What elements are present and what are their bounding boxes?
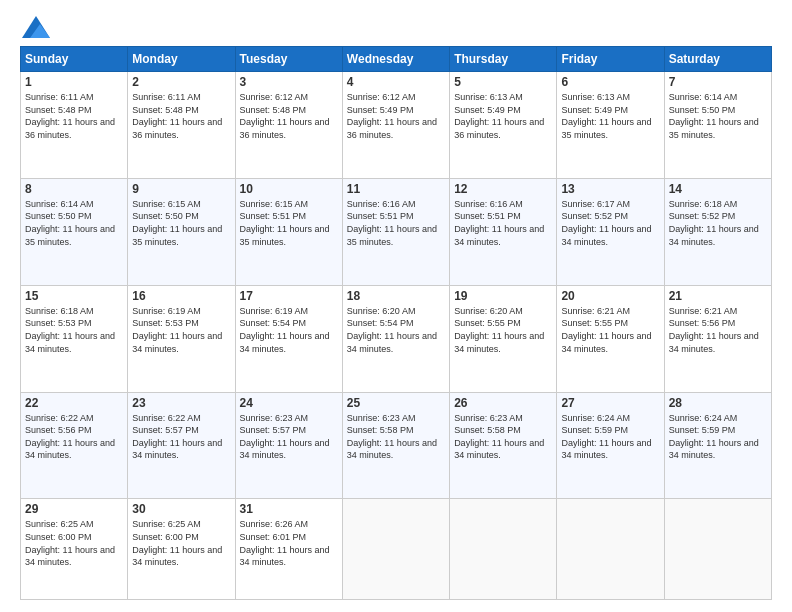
day-number: 4 bbox=[347, 75, 445, 89]
col-tuesday: Tuesday bbox=[235, 47, 342, 72]
col-friday: Friday bbox=[557, 47, 664, 72]
table-row: 29Sunrise: 6:25 AMSunset: 6:00 PMDayligh… bbox=[21, 499, 128, 600]
day-number: 31 bbox=[240, 502, 338, 516]
table-row: 10Sunrise: 6:15 AMSunset: 5:51 PMDayligh… bbox=[235, 178, 342, 285]
table-row: 26Sunrise: 6:23 AMSunset: 5:58 PMDayligh… bbox=[450, 392, 557, 499]
table-row bbox=[342, 499, 449, 600]
day-info: Sunrise: 6:19 AMSunset: 5:53 PMDaylight:… bbox=[132, 306, 222, 354]
page: Sunday Monday Tuesday Wednesday Thursday… bbox=[0, 0, 792, 612]
table-row: 9Sunrise: 6:15 AMSunset: 5:50 PMDaylight… bbox=[128, 178, 235, 285]
day-info: Sunrise: 6:21 AMSunset: 5:55 PMDaylight:… bbox=[561, 306, 651, 354]
day-info: Sunrise: 6:14 AMSunset: 5:50 PMDaylight:… bbox=[25, 199, 115, 247]
table-row: 31Sunrise: 6:26 AMSunset: 6:01 PMDayligh… bbox=[235, 499, 342, 600]
day-number: 12 bbox=[454, 182, 552, 196]
table-row: 28Sunrise: 6:24 AMSunset: 5:59 PMDayligh… bbox=[664, 392, 771, 499]
day-info: Sunrise: 6:14 AMSunset: 5:50 PMDaylight:… bbox=[669, 92, 759, 140]
table-row: 3Sunrise: 6:12 AMSunset: 5:48 PMDaylight… bbox=[235, 72, 342, 179]
table-row: 11Sunrise: 6:16 AMSunset: 5:51 PMDayligh… bbox=[342, 178, 449, 285]
day-number: 30 bbox=[132, 502, 230, 516]
day-info: Sunrise: 6:11 AMSunset: 5:48 PMDaylight:… bbox=[132, 92, 222, 140]
table-row: 16Sunrise: 6:19 AMSunset: 5:53 PMDayligh… bbox=[128, 285, 235, 392]
day-number: 22 bbox=[25, 396, 123, 410]
table-row: 23Sunrise: 6:22 AMSunset: 5:57 PMDayligh… bbox=[128, 392, 235, 499]
day-number: 19 bbox=[454, 289, 552, 303]
day-number: 8 bbox=[25, 182, 123, 196]
col-saturday: Saturday bbox=[664, 47, 771, 72]
table-row: 12Sunrise: 6:16 AMSunset: 5:51 PMDayligh… bbox=[450, 178, 557, 285]
table-row: 8Sunrise: 6:14 AMSunset: 5:50 PMDaylight… bbox=[21, 178, 128, 285]
table-row: 7Sunrise: 6:14 AMSunset: 5:50 PMDaylight… bbox=[664, 72, 771, 179]
table-row: 5Sunrise: 6:13 AMSunset: 5:49 PMDaylight… bbox=[450, 72, 557, 179]
day-info: Sunrise: 6:12 AMSunset: 5:48 PMDaylight:… bbox=[240, 92, 330, 140]
day-number: 15 bbox=[25, 289, 123, 303]
day-number: 28 bbox=[669, 396, 767, 410]
day-number: 26 bbox=[454, 396, 552, 410]
table-row: 1Sunrise: 6:11 AMSunset: 5:48 PMDaylight… bbox=[21, 72, 128, 179]
table-row: 22Sunrise: 6:22 AMSunset: 5:56 PMDayligh… bbox=[21, 392, 128, 499]
table-row: 14Sunrise: 6:18 AMSunset: 5:52 PMDayligh… bbox=[664, 178, 771, 285]
table-row bbox=[450, 499, 557, 600]
table-row: 24Sunrise: 6:23 AMSunset: 5:57 PMDayligh… bbox=[235, 392, 342, 499]
day-number: 16 bbox=[132, 289, 230, 303]
day-info: Sunrise: 6:25 AMSunset: 6:00 PMDaylight:… bbox=[25, 519, 115, 567]
day-number: 6 bbox=[561, 75, 659, 89]
day-number: 3 bbox=[240, 75, 338, 89]
day-info: Sunrise: 6:18 AMSunset: 5:52 PMDaylight:… bbox=[669, 199, 759, 247]
table-row: 20Sunrise: 6:21 AMSunset: 5:55 PMDayligh… bbox=[557, 285, 664, 392]
table-row: 18Sunrise: 6:20 AMSunset: 5:54 PMDayligh… bbox=[342, 285, 449, 392]
table-row: 27Sunrise: 6:24 AMSunset: 5:59 PMDayligh… bbox=[557, 392, 664, 499]
table-row: 25Sunrise: 6:23 AMSunset: 5:58 PMDayligh… bbox=[342, 392, 449, 499]
day-number: 18 bbox=[347, 289, 445, 303]
table-row: 4Sunrise: 6:12 AMSunset: 5:49 PMDaylight… bbox=[342, 72, 449, 179]
logo-icon bbox=[22, 16, 50, 38]
day-number: 5 bbox=[454, 75, 552, 89]
table-row: 30Sunrise: 6:25 AMSunset: 6:00 PMDayligh… bbox=[128, 499, 235, 600]
calendar-table: Sunday Monday Tuesday Wednesday Thursday… bbox=[20, 46, 772, 600]
day-number: 9 bbox=[132, 182, 230, 196]
day-info: Sunrise: 6:12 AMSunset: 5:49 PMDaylight:… bbox=[347, 92, 437, 140]
day-info: Sunrise: 6:26 AMSunset: 6:01 PMDaylight:… bbox=[240, 519, 330, 567]
day-info: Sunrise: 6:22 AMSunset: 5:56 PMDaylight:… bbox=[25, 413, 115, 461]
calendar-header-row: Sunday Monday Tuesday Wednesday Thursday… bbox=[21, 47, 772, 72]
day-info: Sunrise: 6:23 AMSunset: 5:58 PMDaylight:… bbox=[347, 413, 437, 461]
table-row: 15Sunrise: 6:18 AMSunset: 5:53 PMDayligh… bbox=[21, 285, 128, 392]
col-sunday: Sunday bbox=[21, 47, 128, 72]
day-number: 23 bbox=[132, 396, 230, 410]
day-info: Sunrise: 6:13 AMSunset: 5:49 PMDaylight:… bbox=[561, 92, 651, 140]
day-info: Sunrise: 6:11 AMSunset: 5:48 PMDaylight:… bbox=[25, 92, 115, 140]
day-number: 13 bbox=[561, 182, 659, 196]
table-row bbox=[664, 499, 771, 600]
table-row: 21Sunrise: 6:21 AMSunset: 5:56 PMDayligh… bbox=[664, 285, 771, 392]
day-info: Sunrise: 6:16 AMSunset: 5:51 PMDaylight:… bbox=[347, 199, 437, 247]
day-number: 17 bbox=[240, 289, 338, 303]
table-row: 2Sunrise: 6:11 AMSunset: 5:48 PMDaylight… bbox=[128, 72, 235, 179]
table-row: 13Sunrise: 6:17 AMSunset: 5:52 PMDayligh… bbox=[557, 178, 664, 285]
col-thursday: Thursday bbox=[450, 47, 557, 72]
day-info: Sunrise: 6:20 AMSunset: 5:54 PMDaylight:… bbox=[347, 306, 437, 354]
day-number: 21 bbox=[669, 289, 767, 303]
header bbox=[20, 16, 772, 38]
day-info: Sunrise: 6:17 AMSunset: 5:52 PMDaylight:… bbox=[561, 199, 651, 247]
day-info: Sunrise: 6:19 AMSunset: 5:54 PMDaylight:… bbox=[240, 306, 330, 354]
day-number: 14 bbox=[669, 182, 767, 196]
table-row: 6Sunrise: 6:13 AMSunset: 5:49 PMDaylight… bbox=[557, 72, 664, 179]
day-number: 20 bbox=[561, 289, 659, 303]
col-monday: Monday bbox=[128, 47, 235, 72]
day-info: Sunrise: 6:21 AMSunset: 5:56 PMDaylight:… bbox=[669, 306, 759, 354]
logo bbox=[20, 16, 50, 38]
day-number: 11 bbox=[347, 182, 445, 196]
day-info: Sunrise: 6:20 AMSunset: 5:55 PMDaylight:… bbox=[454, 306, 544, 354]
col-wednesday: Wednesday bbox=[342, 47, 449, 72]
table-row: 19Sunrise: 6:20 AMSunset: 5:55 PMDayligh… bbox=[450, 285, 557, 392]
day-info: Sunrise: 6:13 AMSunset: 5:49 PMDaylight:… bbox=[454, 92, 544, 140]
day-number: 29 bbox=[25, 502, 123, 516]
day-info: Sunrise: 6:24 AMSunset: 5:59 PMDaylight:… bbox=[669, 413, 759, 461]
day-number: 2 bbox=[132, 75, 230, 89]
day-info: Sunrise: 6:25 AMSunset: 6:00 PMDaylight:… bbox=[132, 519, 222, 567]
day-info: Sunrise: 6:16 AMSunset: 5:51 PMDaylight:… bbox=[454, 199, 544, 247]
day-info: Sunrise: 6:24 AMSunset: 5:59 PMDaylight:… bbox=[561, 413, 651, 461]
day-number: 10 bbox=[240, 182, 338, 196]
day-info: Sunrise: 6:23 AMSunset: 5:57 PMDaylight:… bbox=[240, 413, 330, 461]
day-number: 24 bbox=[240, 396, 338, 410]
day-number: 27 bbox=[561, 396, 659, 410]
